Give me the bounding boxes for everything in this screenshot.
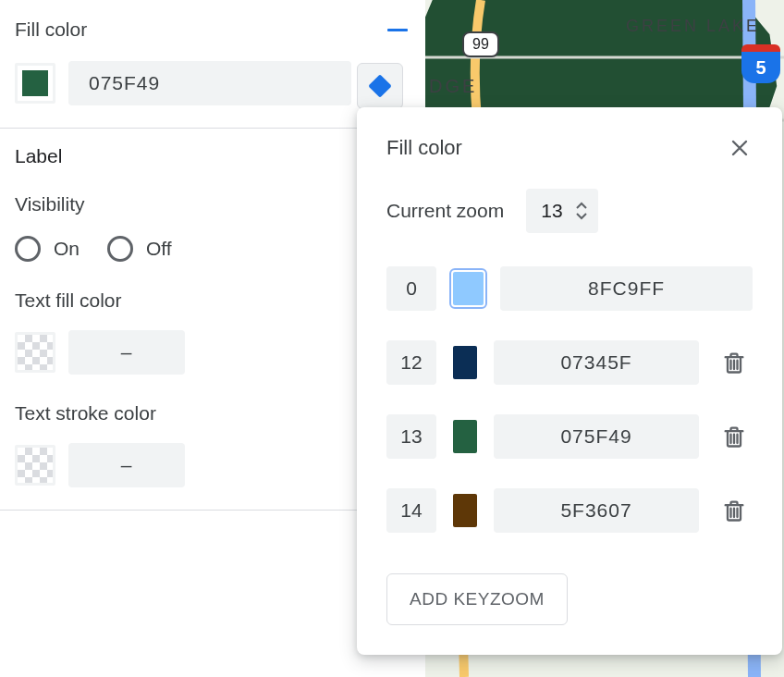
delete-keyzoom-button[interactable] — [716, 344, 753, 381]
current-zoom-value: 13 — [541, 200, 562, 222]
fill-color-section-title: Fill color — [15, 18, 87, 41]
visibility-on-label: On — [54, 238, 80, 260]
keyzoom-toggle-button[interactable] — [357, 63, 403, 109]
collapse-fill-section-button[interactable] — [385, 17, 410, 43]
radio-icon — [107, 236, 133, 262]
text-fill-color-label: Text fill color — [15, 289, 410, 312]
keyzoom-hex-input[interactable] — [500, 266, 753, 311]
text-stroke-swatch[interactable] — [15, 445, 55, 486]
keyzoom-row — [386, 414, 753, 459]
visibility-off-label: Off — [146, 238, 172, 260]
keyzoom-row — [386, 266, 753, 311]
trash-icon — [721, 424, 747, 449]
keyzoom-swatch[interactable] — [453, 272, 484, 305]
text-fill-hex-input[interactable] — [68, 330, 185, 375]
map-label-greenlake: GREEN LAKE — [626, 17, 760, 36]
radio-icon — [15, 236, 41, 262]
delete-keyzoom-button[interactable] — [716, 418, 753, 455]
label-section-title: Label — [15, 145, 410, 167]
keyzoom-swatch[interactable] — [453, 494, 477, 527]
keyzoom-row — [386, 340, 753, 385]
fill-color-swatch[interactable] — [15, 63, 55, 104]
keyzoom-zoom-input[interactable] — [386, 414, 436, 459]
keyzoom-swatch[interactable] — [453, 346, 477, 379]
keyzoom-zoom-input[interactable] — [386, 340, 436, 385]
text-stroke-color-label: Text stroke color — [15, 402, 410, 425]
stepper-arrows-icon[interactable] — [574, 202, 589, 220]
add-keyzoom-button[interactable]: ADD KEYZOOM — [386, 573, 568, 625]
fill-color-popover: Fill color Current zoom 13 ADD KEYZOOM — [357, 107, 782, 655]
keyzoom-swatch[interactable] — [453, 420, 477, 453]
minus-icon — [387, 29, 408, 31]
trash-icon — [721, 350, 747, 375]
fill-color-hex-input[interactable] — [68, 61, 351, 105]
trash-icon — [721, 498, 747, 523]
popover-title: Fill color — [386, 136, 462, 160]
keyzoom-hex-input[interactable] — [494, 340, 699, 385]
visibility-off-radio[interactable]: Off — [107, 236, 172, 262]
keyzoom-zoom-input[interactable] — [386, 266, 436, 311]
close-icon — [729, 137, 751, 159]
map-label-partial: DGE — [429, 76, 477, 97]
visibility-on-radio[interactable]: On — [15, 236, 80, 262]
keyzoom-hex-input[interactable] — [494, 414, 699, 459]
i5-shield: 5 — [741, 44, 780, 83]
visibility-label: Visibility — [15, 193, 410, 215]
hwy-99-shield: 99 — [462, 31, 499, 57]
current-zoom-stepper[interactable]: 13 — [526, 189, 597, 233]
keyzoom-row — [386, 488, 753, 533]
close-popover-button[interactable] — [727, 135, 753, 161]
keyzoom-hex-input[interactable] — [494, 488, 699, 533]
text-fill-swatch[interactable] — [15, 332, 55, 373]
diamond-icon — [368, 74, 391, 97]
text-stroke-hex-input[interactable] — [68, 443, 185, 487]
keyzoom-zoom-input[interactable] — [386, 488, 436, 533]
delete-keyzoom-button[interactable] — [716, 492, 753, 529]
current-zoom-label: Current zoom — [386, 200, 504, 222]
